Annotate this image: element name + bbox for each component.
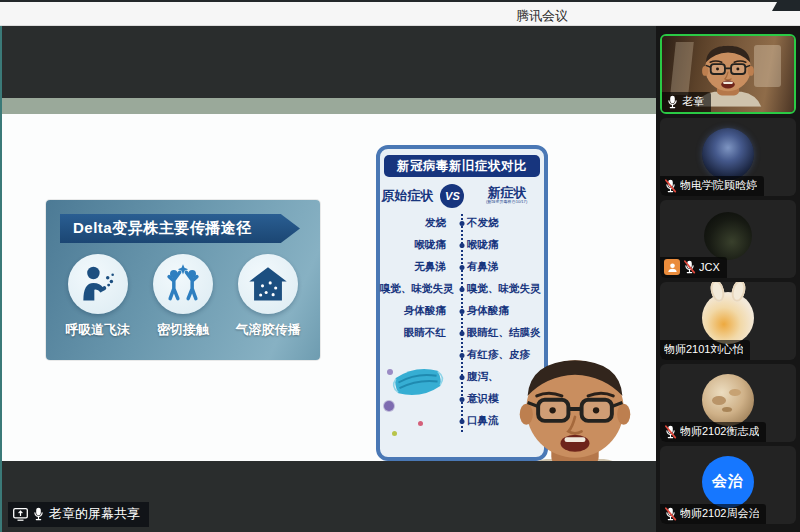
transmission-items: 呼吸道飞沫 (46, 254, 320, 339)
mic-muted-icon (664, 425, 677, 439)
old-symptom: 身体酸痛 (380, 304, 456, 318)
vs-badge: VS (440, 184, 464, 208)
new-symptom: 不发烧 (456, 216, 544, 230)
symptom-row: 身体酸痛 身体酸痛 (380, 300, 544, 322)
transmission-label: 气溶胶传播 (236, 321, 301, 339)
row-dot (460, 287, 465, 292)
cough-person-icon (76, 262, 120, 306)
mic-muted-icon (664, 179, 677, 193)
new-symptom: 嗅觉、味觉失灵 (456, 282, 544, 296)
participant-name: JCX (699, 261, 720, 273)
house-aerosol-icon (246, 262, 290, 306)
transmission-item: 气溶胶传播 (236, 254, 301, 339)
transmission-label: 呼吸道飞沫 (65, 321, 130, 339)
screen-share-icon (13, 508, 28, 521)
participant-avatar (704, 212, 752, 260)
participant-name-tag: 物师2101刘心怡 (660, 340, 750, 360)
participant-name: 物师2102周会治 (680, 506, 759, 521)
new-symptoms-note: (新冠变异毒株自10/17) (486, 200, 527, 204)
participant-tile[interactable]: 会治 物师2102周会治 (660, 446, 796, 524)
participant-name-tag: 物电学院顾晗婷 (660, 176, 764, 196)
shared-desktop-strip (2, 98, 656, 114)
high-five-icon (161, 262, 205, 306)
old-symptom: 眼睛不红 (380, 326, 456, 340)
new-symptoms-header: 新症状 (488, 186, 527, 199)
symptom-row: 喉咙痛 喉咙痛 (380, 234, 544, 256)
symptom-row: 无鼻涕 有鼻涕 (380, 256, 544, 278)
participant-name-tag: 老章 (662, 92, 711, 112)
participant-avatar: 会治 (702, 456, 754, 508)
participant-name-tag: 物师2102衡志成 (660, 422, 766, 442)
virus-icon (387, 369, 393, 375)
symptom-row: 眼睛不红 眼睛红、结膜炎 (380, 322, 544, 344)
new-symptoms-header-wrap: 新症状 (新冠变异毒株自10/17) (471, 186, 542, 207)
meeting-window: 腾讯会议 Delta变异株主要传播途径 (0, 0, 800, 532)
old-symptom: 发烧 (380, 216, 456, 230)
transmission-icon-circle (68, 254, 128, 314)
symptom-row: 发烧 不发烧 (380, 212, 544, 234)
screen-share-stage: Delta变异株主要传播途径 (0, 26, 656, 532)
new-symptom: 眼睛红、结膜炎 (456, 326, 544, 340)
old-symptom: 嗅觉、味觉失灵 (380, 282, 456, 296)
chart-title: 新冠病毒新旧症状对比 (384, 155, 540, 177)
participant-list: 老章 物电学院顾晗婷 (660, 34, 796, 524)
participant-name-tag: JCX (660, 257, 727, 278)
transmission-item: 呼吸道飞沫 (65, 254, 130, 339)
shared-document-page: Delta变异株主要传播途径 (2, 114, 656, 461)
screen-share-text: 老章的屏幕共享 (49, 505, 140, 523)
participant-tile[interactable]: JCX (660, 200, 796, 278)
window-titlebar: 腾讯会议 (0, 0, 800, 26)
new-symptom: 有鼻涕 (456, 260, 544, 274)
old-symptom: 喉咙痛 (380, 238, 456, 252)
new-symptom: 身体酸痛 (456, 304, 544, 318)
member-badge-icon (664, 259, 680, 275)
row-dot (460, 375, 465, 380)
participant-avatar (702, 128, 754, 180)
participant-name: 物师2102衡志成 (680, 424, 759, 439)
transmission-icon-circle (238, 254, 298, 314)
row-dot (460, 243, 465, 248)
row-dot (460, 309, 465, 314)
delta-slide-title: Delta变异株主要传播途径 (60, 214, 300, 243)
participant-tile[interactable]: 老章 (660, 34, 796, 114)
main-area: Delta变异株主要传播途径 (0, 26, 800, 532)
participant-sidebar[interactable]: 老章 物电学院顾晗婷 (656, 26, 800, 532)
app-title: 腾讯会议 (516, 7, 568, 25)
delta-transmission-slide: Delta变异株主要传播途径 (46, 200, 320, 360)
new-symptom: 喉咙痛 (456, 238, 544, 252)
participant-avatar (702, 292, 754, 344)
participant-name: 物电学院顾晗婷 (680, 178, 757, 193)
transmission-icon-circle (153, 254, 213, 314)
transmission-label: 密切接触 (157, 321, 209, 339)
row-dot (460, 419, 465, 424)
chart-header: 原始症状 VS 新症状 (新冠变异毒株自10/17) (380, 184, 544, 208)
presenter-mic-icon (32, 507, 45, 521)
mic-muted-icon (683, 260, 696, 274)
row-dot (460, 265, 465, 270)
transmission-item: 密切接触 (153, 254, 213, 339)
row-dot (460, 353, 465, 358)
virus-icon (384, 401, 394, 411)
old-symptom: 无鼻涕 (380, 260, 456, 274)
participant-name: 老章 (682, 94, 704, 109)
row-dot (460, 331, 465, 336)
participant-tile[interactable]: 物师2102衡志成 (660, 364, 796, 442)
row-dot (460, 397, 465, 402)
row-dot (460, 221, 465, 226)
participant-tile[interactable]: 物电学院顾晗婷 (660, 118, 796, 196)
screen-share-label: 老章的屏幕共享 (8, 502, 149, 527)
symptom-row: 嗅觉、味觉失灵 嗅觉、味觉失灵 (380, 278, 544, 300)
virus-icon (392, 431, 397, 436)
participant-avatar (702, 374, 754, 426)
old-symptoms-header: 原始症状 (381, 187, 433, 205)
participant-tile[interactable]: 物师2101刘心怡 (660, 282, 796, 360)
participant-name: 物师2101刘心怡 (664, 342, 743, 357)
presenter-face (496, 359, 654, 461)
mic-muted-icon (664, 507, 677, 521)
mic-on-icon (666, 95, 679, 109)
virus-icon (418, 421, 423, 426)
participant-name-tag: 物师2102周会治 (660, 504, 766, 524)
